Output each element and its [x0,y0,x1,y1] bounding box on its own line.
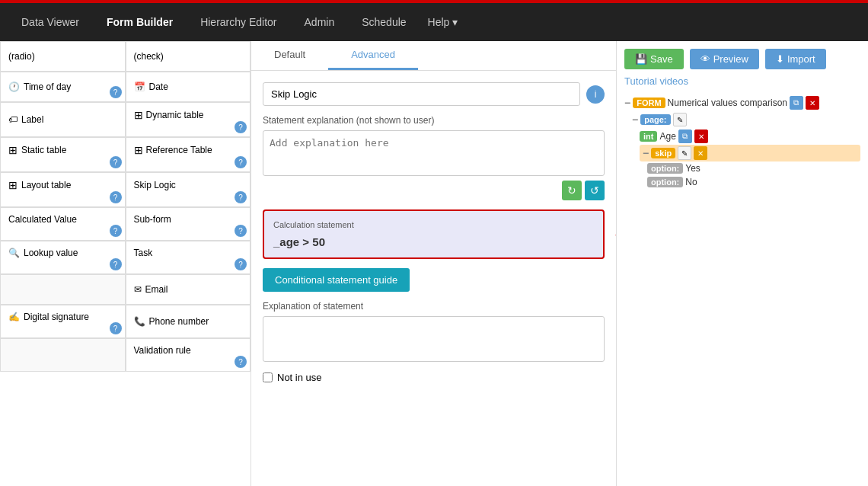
tutorial-videos-link[interactable]: Tutorial videos [624,75,688,87]
option-yes-badge: option: [647,163,683,174]
sync-btn[interactable]: ↺ [585,181,605,200]
conditional-statement-guide-button[interactable]: Conditional statement guide [263,268,410,292]
date-label: Date [149,82,168,92]
calc-statement-label: Calculation statement [273,220,594,229]
info-icon[interactable]: i [586,85,605,104]
nav-form-builder[interactable]: Form Builder [101,13,179,31]
time-of-day-help-icon[interactable]: ? [110,86,122,98]
save-button[interactable]: 💾 Save [624,49,684,69]
validation-rule-label: Validation rule [134,345,191,356]
form-copy-btn[interactable]: ⧉ [790,96,803,110]
lookup-icon [8,248,20,258]
tree-page-collapse[interactable]: − [632,114,638,126]
layout-table-help-icon[interactable]: ? [110,191,122,203]
sidebar-item-sub-form[interactable]: Sub-form ? [126,207,251,241]
sidebar-item-skip-logic[interactable]: Skip Logic ? [126,172,251,207]
calendar-icon [134,82,145,92]
sidebar-item-digital-signature[interactable]: Digital signature ? [0,305,126,338]
sidebar-item-calculated-value[interactable]: Calculated Value ? [0,207,126,241]
sidebar-item-time-of-day[interactable]: Time of day ? [0,72,126,102]
sidebar-item-date[interactable]: Date [126,72,251,102]
sidebar-item-email[interactable]: Email [126,274,251,305]
sidebar-item-phone-number[interactable]: Phone number [126,305,251,338]
page-edit-btn[interactable]: ✎ [673,113,687,126]
reference-table-icon [134,144,143,156]
skip-delete-btn[interactable]: ✕ [694,146,707,160]
calculated-value-help-icon[interactable]: ? [110,225,122,237]
dynamic-table-help-icon[interactable]: ? [235,121,247,133]
statement-explanation-label: Statement explanation (not shown to user… [263,115,605,126]
email-label: Email [145,284,168,295]
age-copy-btn[interactable]: ⧉ [678,129,692,143]
dynamic-table-icon [134,109,143,121]
main-container: (radio) (check) Time of day ? Date Label [0,41,868,486]
tree-option-yes-row: option: Yes [647,161,860,175]
explanation-textarea[interactable] [263,316,605,362]
email-icon [134,284,142,295]
phone-number-label: Phone number [149,316,209,327]
digital-signature-help-icon[interactable]: ? [110,322,122,334]
nav-admin[interactable]: Admin [298,13,341,31]
tab-default[interactable]: Default [251,41,328,70]
not-in-use-checkbox[interactable] [263,372,273,382]
nav-schedule[interactable]: Schedule [356,13,412,31]
left-sidebar: (radio) (check) Time of day ? Date Label [0,41,251,486]
center-content: i Statement explanation (not shown to us… [251,71,616,486]
skip-logic-input[interactable] [263,82,580,106]
refresh-btn[interactable]: ↻ [562,181,582,200]
label-icon [8,114,18,125]
digital-signature-icon [8,312,20,322]
tree-view: − FORM Numerical values comparison ⧉ ✕ −… [624,94,860,189]
lookup-value-label: Lookup value [24,248,78,258]
sidebar-item-lookup-value[interactable]: Lookup value ? [0,241,126,274]
sidebar-item-empty1 [0,274,126,305]
skip-edit-btn[interactable]: ✎ [678,146,691,160]
sidebar-item-empty2 [0,338,126,372]
tab-bar: Default Advanced [251,41,616,71]
static-table-help-icon[interactable]: ? [110,156,122,168]
reference-table-help-icon[interactable]: ? [235,156,247,168]
sidebar-item-static-table[interactable]: Static table ? [0,137,126,172]
page-badge: page: [640,114,670,125]
preview-button[interactable]: 👁 Preview [690,49,759,69]
calc-statement-box: Calculation statement _age > 50 [263,209,605,259]
sidebar-item-label[interactable]: Label [0,102,126,137]
radio-label: (radio) [8,51,35,62]
sidebar-item-layout-table[interactable]: Layout table ? [0,172,126,207]
age-delete-btn[interactable]: ✕ [694,129,708,143]
nav-hierarchy-editor[interactable]: Hierarchy Editor [194,13,282,31]
int-badge: int [640,131,657,142]
import-button[interactable]: ⬇ Import [765,49,826,69]
task-label: Task [134,248,153,258]
sidebar-item-dynamic-table[interactable]: Dynamic table ? [126,102,251,137]
calc-statement-container: Calculation statement _age > 50 ← Automa… [263,209,605,259]
calc-statement-value: _age > 50 [273,235,594,248]
nav-help[interactable]: Help ▾ [428,16,458,28]
static-table-icon [8,144,18,156]
calculated-value-label: Calculated Value [8,214,77,225]
validation-rule-help-icon[interactable]: ? [235,356,247,368]
tree-form-collapse[interactable]: − [624,97,630,109]
label-label: Label [21,114,43,125]
sidebar-item-task[interactable]: Task ? [126,241,251,274]
sub-form-help-icon[interactable]: ? [235,225,247,237]
form-title-text: Numerical values comparison [668,98,787,108]
reference-table-label: Reference Table [146,145,212,155]
tree-option-no-row: option: No [647,175,860,189]
sidebar-item-validation-rule[interactable]: Validation rule ? [126,338,251,372]
task-help-icon[interactable]: ? [235,258,247,270]
tab-advanced[interactable]: Advanced [328,41,418,70]
right-panel: 💾 Save 👁 Preview ⬇ Import Tutorial video… [617,41,868,486]
sidebar-item-check[interactable]: (check) [126,41,251,72]
sidebar-item-radio[interactable]: (radio) [0,41,126,72]
statement-explanation-textarea[interactable] [263,130,605,176]
check-label: (check) [134,51,164,62]
lookup-value-help-icon[interactable]: ? [110,258,122,270]
nav-data-viewer[interactable]: Data Viewer [15,13,85,31]
form-delete-btn[interactable]: ✕ [806,96,819,110]
age-text: Age [659,131,675,142]
tree-form-row: − FORM Numerical values comparison ⧉ ✕ [624,94,860,111]
tree-skip-collapse[interactable]: − [643,147,649,159]
skip-logic-help-icon[interactable]: ? [235,191,247,203]
sidebar-item-reference-table[interactable]: Reference Table ? [126,137,251,172]
